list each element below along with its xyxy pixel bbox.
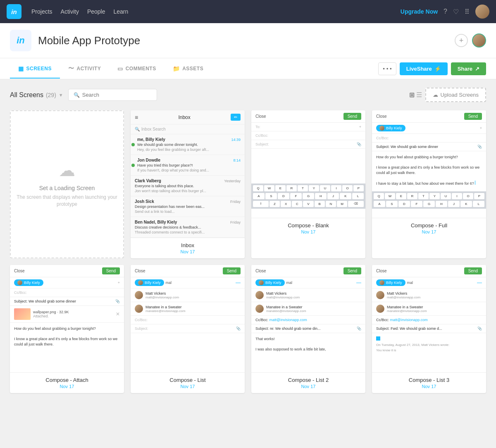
help-icon[interactable]: ? <box>444 8 447 15</box>
key-c[interactable]: C <box>292 201 302 207</box>
key-h[interactable]: H <box>315 193 327 199</box>
key-y[interactable]: Y <box>309 185 319 191</box>
close-button[interactable]: Close <box>255 114 266 119</box>
key-i[interactable]: I <box>331 185 341 191</box>
message-preview: Send out a link to load... <box>135 210 241 214</box>
keyboard-row1: QW ER TY UI OP <box>372 191 486 201</box>
compose-list3-card[interactable]: Close Send Billy Kiely mal — Matt Vicker… <box>372 265 486 393</box>
close-button[interactable]: Close <box>135 269 145 273</box>
send-button[interactable]: Send <box>223 267 241 274</box>
key-j[interactable]: J <box>327 193 339 199</box>
key-d[interactable]: D <box>278 193 289 199</box>
search-box[interactable]: 🔍 <box>68 89 157 101</box>
tab-screens[interactable]: ▦ SCREENS <box>10 59 60 79</box>
hamburger-icon: ≡ <box>135 114 138 121</box>
user-avatar[interactable] <box>475 5 489 19</box>
key-m[interactable]: M <box>337 201 347 207</box>
screen-label: Inbox Nov 17 <box>131 238 245 258</box>
search-input[interactable] <box>82 92 152 98</box>
contact-email: manatee@invisionapp.com <box>266 309 306 313</box>
nav-people[interactable]: People <box>87 8 105 15</box>
compose-full-card[interactable]: Close Send Billy Kiely + Cc/Bcc: Subject… <box>372 110 486 258</box>
upgrade-button[interactable]: Upgrade Now <box>401 8 438 15</box>
grid-view-button[interactable]: ⊞ <box>409 91 415 99</box>
key-q[interactable]: Q <box>253 185 263 191</box>
key-w[interactable]: W <box>264 185 274 191</box>
project-icon-label: in <box>17 35 25 46</box>
nav-projects[interactable]: Projects <box>31 8 52 15</box>
share-label: Share <box>458 66 472 72</box>
key-f[interactable]: F <box>290 193 302 199</box>
list-view-button[interactable]: ☰ <box>416 91 422 99</box>
key-e[interactable]: E <box>275 185 286 191</box>
inbox-search-icon: 🔍 <box>135 127 140 131</box>
add-button[interactable]: + <box>455 34 468 47</box>
send-button[interactable]: Send <box>102 267 120 274</box>
key-n[interactable]: N <box>326 201 336 207</box>
inbox-row-2: Clark Valberg Yesterday Everyone is talk… <box>131 176 245 196</box>
grid-icon[interactable]: ⠿ <box>465 8 470 16</box>
key-a[interactable]: A <box>253 193 265 199</box>
close-button[interactable]: Close <box>376 114 387 119</box>
tab-activity[interactable]: 〜 ACTIVITY <box>60 58 109 79</box>
key-t[interactable]: T <box>298 185 308 191</box>
inbox-row-3: Josh Sick Friday Design presentation has… <box>131 196 245 217</box>
key-delete[interactable]: ⌫ <box>348 201 364 207</box>
compose-list2-card[interactable]: Close Send Billy Kiely mal — Matt Vicker… <box>251 265 365 393</box>
send-button[interactable]: Send <box>464 113 482 120</box>
ccbcc-field: Cc/Bcc: matt@invisionapp.com <box>251 316 365 324</box>
send-button[interactable]: Send <box>464 267 482 274</box>
inbox-edit-button[interactable]: ✏ <box>231 114 241 121</box>
key-u[interactable]: U <box>320 185 330 191</box>
subject-field: Subject: re: We should grab some din...📎 <box>251 324 365 333</box>
contact-avatar <box>135 305 143 313</box>
key-o[interactable]: O <box>342 185 353 191</box>
key-g[interactable]: G <box>303 193 314 199</box>
key-k[interactable]: K <box>340 193 351 199</box>
compose-attach-card[interactable]: Close Send Billy Kiely + Cc/Bcc: Subject… <box>10 265 124 393</box>
key-p[interactable]: P <box>353 185 364 191</box>
keyboard-row2: AS DF GH JK L <box>372 201 486 209</box>
more-button[interactable]: • • • <box>378 62 396 75</box>
tab-comments[interactable]: ▭ COMMENTS <box>109 59 165 79</box>
key-z[interactable]: Z <box>269 201 280 207</box>
key-l[interactable]: L <box>352 193 364 199</box>
compose-list1-card[interactable]: Close Send Billy Kiely mal — Matt Vicker… <box>131 265 245 393</box>
compose-blank-card[interactable]: Close Send To: + Cc/Bcc: Subject: 📎 Q <box>251 110 365 258</box>
key-shift[interactable]: ⇧ <box>253 201 269 207</box>
key-r[interactable]: R <box>286 185 297 191</box>
send-button[interactable]: Send <box>343 113 361 120</box>
tabs-bar: ▦ SCREENS 〜 ACTIVITY ▭ COMMENTS 📁 ASSETS… <box>0 58 496 79</box>
compose-attach-preview: Close Send Billy Kiely + Cc/Bcc: Subject… <box>10 265 124 372</box>
close-button[interactable]: Close <box>14 269 25 273</box>
key-s[interactable]: S <box>265 193 277 199</box>
loading-screen-card[interactable]: ☁ Set a Loading Screen The screen that d… <box>10 110 124 258</box>
heart-icon[interactable]: ♡ <box>453 8 459 16</box>
close-button[interactable]: Close <box>255 269 266 273</box>
to-field: Billy Kiely + <box>372 123 486 134</box>
share-button[interactable]: Share ↗ <box>451 62 486 75</box>
screens-count: (29) <box>46 92 56 98</box>
inbox-screen-card[interactable]: ≡ Inbox ✏ 🔍 Inbox Search me, Billy Kiely… <box>131 110 245 258</box>
all-screens-dropdown[interactable]: All Screens (29) ▼ <box>10 91 63 99</box>
key-b[interactable]: B <box>315 201 325 207</box>
screen-date: Nov 17 <box>15 384 119 389</box>
key-v[interactable]: V <box>303 201 313 207</box>
close-button[interactable]: Close <box>376 269 387 273</box>
tab-assets[interactable]: 📁 ASSETS <box>165 59 212 79</box>
liveshare-button[interactable]: LiveShare ⚡ <box>400 62 448 75</box>
content-area: All Screens (29) ▼ 🔍 ⊞ ☰ ☁ Upload Screen… <box>0 79 496 401</box>
message-time: 14:39 <box>231 138 241 142</box>
nav-activity[interactable]: Activity <box>61 8 79 15</box>
logo[interactable]: in <box>7 4 21 19</box>
upload-screens-button[interactable]: ☁ Upload Screens <box>425 88 486 102</box>
remove-attachment-button[interactable]: ✕ <box>116 311 120 317</box>
send-button[interactable]: Send <box>343 267 361 274</box>
message-preview: Jon won't stop talking about this burger… <box>135 189 241 193</box>
nav-learn[interactable]: Learn <box>114 8 129 15</box>
key-x[interactable]: X <box>281 201 291 207</box>
contact-email: matt@invisionapp.com <box>266 295 300 299</box>
project-user-avatar[interactable] <box>472 33 486 48</box>
activity-icon: 〜 <box>68 65 74 72</box>
project-icon: in <box>10 30 31 51</box>
